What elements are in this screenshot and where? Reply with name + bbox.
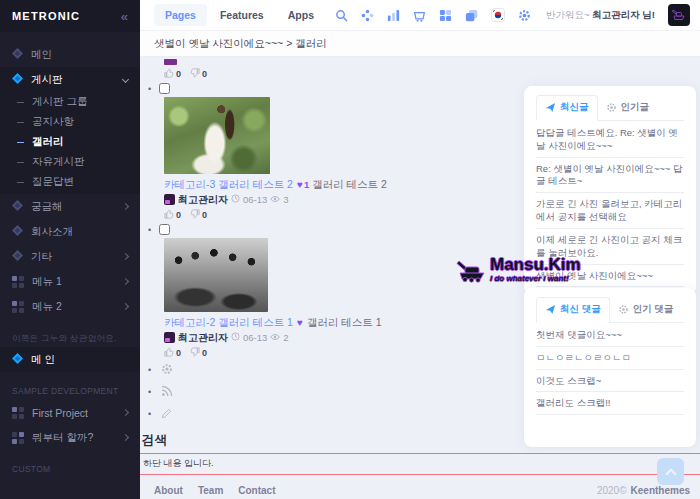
clock-icon bbox=[231, 194, 240, 205]
post-thumbnail[interactable] bbox=[164, 97, 270, 174]
footer-link-team[interactable]: Team bbox=[198, 485, 223, 496]
send-icon bbox=[545, 102, 556, 113]
korean-flag-icon[interactable] bbox=[491, 8, 505, 22]
sidebar-item-label: 게시판 그룹 bbox=[32, 95, 87, 109]
sidebar-item-board[interactable]: 게시판 bbox=[0, 67, 140, 92]
author-avatar bbox=[164, 194, 175, 205]
dislike-count: 0 bbox=[202, 69, 207, 79]
post-votes: 0 0 bbox=[164, 347, 522, 358]
tab-apps[interactable]: Apps bbox=[277, 4, 325, 26]
copyright-year: 2020© bbox=[597, 485, 627, 496]
sidebar-item-label: 질문답변 bbox=[32, 175, 74, 189]
dislike-count: 0 bbox=[202, 210, 207, 220]
list-item[interactable]: 첫번재 댓글이요~~~ bbox=[536, 324, 684, 347]
tank-icon bbox=[455, 257, 489, 283]
tab-pages[interactable]: Pages bbox=[154, 4, 207, 26]
tab-latest-posts[interactable]: 최신글 bbox=[536, 95, 598, 121]
sidebar-item-curious[interactable]: 궁금해 bbox=[0, 194, 140, 219]
sidebar-item-label: 갤러리 bbox=[32, 135, 64, 149]
post-author[interactable]: 최고관리자 bbox=[178, 193, 228, 207]
dash-icon bbox=[17, 102, 24, 103]
chart-bar-icon[interactable] bbox=[387, 9, 400, 22]
quick-actions-icon[interactable] bbox=[361, 9, 374, 22]
post-thumbnail[interactable] bbox=[164, 238, 268, 312]
sidebar-item-main[interactable]: 메인 bbox=[0, 42, 140, 67]
sidebar-brand: METRONIC « bbox=[0, 0, 140, 32]
like-count: 0 bbox=[176, 69, 181, 79]
post-author[interactable]: 최고관리자 bbox=[178, 331, 228, 345]
thumb-down-icon bbox=[190, 209, 200, 221]
previous-post-thumbnail[interactable] bbox=[164, 59, 177, 65]
sidebar-item-qna[interactable]: 질문답변 bbox=[0, 172, 140, 192]
thumb-up-icon bbox=[164, 209, 174, 221]
sidebar-item-label: 뭐부터 할까? bbox=[32, 431, 119, 445]
chevron-down-icon bbox=[122, 76, 129, 83]
cart-icon[interactable] bbox=[413, 9, 426, 22]
clock-icon bbox=[231, 332, 240, 343]
tab-popular-posts[interactable]: 인기글 bbox=[598, 95, 658, 120]
list-item[interactable]: 가로로 긴 사진 올려보고, 카테고리에서 공지를 선택해요 bbox=[536, 193, 684, 229]
sidebar-item-notice[interactable]: 공지사항 bbox=[0, 112, 140, 132]
sidebar-item-first-project[interactable]: First Project bbox=[0, 400, 140, 425]
list-item[interactable]: ㅁㄴㅇㄹㄴㅇㄹㅇㄴㅁ bbox=[536, 347, 684, 370]
list-item[interactable]: Re: 샛별이 옛날 사진이에요~~~ 답글 테스트~ bbox=[536, 158, 684, 194]
post-category-link[interactable]: 카테고리-3 갤러리 테스트 2 bbox=[164, 178, 293, 192]
grid-panel-icon[interactable] bbox=[439, 9, 452, 22]
thumb-up-icon bbox=[164, 347, 174, 359]
badge-icon bbox=[606, 102, 617, 113]
brand-logo: METRONIC bbox=[12, 10, 80, 22]
chevron-right-icon bbox=[122, 278, 129, 285]
sidebar-item-what-first[interactable]: 뭐부터 할까? bbox=[0, 425, 140, 450]
list-item[interactable]: 답답글 테스트예요. Re: 샛별이 옛날 사진이에요~~~ bbox=[536, 122, 684, 158]
list-item[interactable]: 이것도 스크랩~ bbox=[536, 370, 684, 393]
sidebar-item-about[interactable]: 회사소개 bbox=[0, 219, 140, 244]
footer-link-contact[interactable]: Contact bbox=[238, 485, 275, 496]
view-count: 2 bbox=[283, 332, 288, 343]
scroll-top-button[interactable] bbox=[657, 458, 684, 485]
sidebar-item-label: 메뉴 2 bbox=[32, 300, 119, 314]
sidebar-section-label: CUSTOM bbox=[0, 464, 140, 478]
sidebar-item-label: 회사소개 bbox=[31, 225, 128, 239]
tab-label: 최신글 bbox=[560, 101, 589, 114]
post-category-link[interactable]: 카테고리-2 갤러리 테스트 1 bbox=[164, 316, 293, 330]
user-avatar[interactable] bbox=[668, 4, 690, 26]
dislike-count: 0 bbox=[202, 348, 207, 358]
post-date: 06-13 bbox=[243, 194, 267, 205]
rss-icon[interactable] bbox=[161, 383, 173, 401]
list-item-admin bbox=[142, 360, 522, 380]
sidebar-item-etc[interactable]: 기타 bbox=[0, 244, 140, 269]
pencil-icon[interactable] bbox=[161, 405, 172, 423]
sidebar-item-label: 자유게시판 bbox=[32, 155, 85, 169]
layers-icon[interactable] bbox=[465, 9, 478, 22]
search-icon[interactable] bbox=[335, 9, 348, 22]
gear-icon[interactable] bbox=[161, 361, 173, 379]
settings-gear-icon[interactable] bbox=[518, 9, 531, 22]
tab-popular-comments[interactable]: 인기 댓글 bbox=[610, 297, 682, 322]
sidebar-item-free-board[interactable]: 자유게시판 bbox=[0, 152, 140, 172]
bottom-notice: 하단 내용 입니다. bbox=[140, 453, 700, 475]
footer-brand-link[interactable]: Keenthemes bbox=[631, 485, 690, 496]
diamond-icon bbox=[12, 200, 23, 213]
sidebar-item-board-group[interactable]: 게시판 그룹 bbox=[0, 92, 140, 112]
post-meta: 최고관리자 06-13 3 bbox=[164, 193, 522, 206]
post-checkbox[interactable] bbox=[159, 224, 170, 235]
sidebar-item-menu2[interactable]: 메뉴 2 bbox=[0, 294, 140, 319]
list-item[interactable]: 갤러리도 스크랩!! bbox=[536, 392, 684, 415]
footer-link-about[interactable]: About bbox=[154, 485, 183, 496]
post-checkbox[interactable] bbox=[159, 83, 170, 94]
tab-latest-comments[interactable]: 최신 댓글 bbox=[536, 297, 610, 323]
username-text: 최고관리자 님! bbox=[592, 9, 655, 20]
post-title[interactable]: 갤러리 테스트 2 bbox=[312, 178, 387, 192]
tab-features[interactable]: Features bbox=[209, 4, 275, 26]
sidebar-collapse-icon[interactable]: « bbox=[121, 10, 128, 23]
footer: About Team Contact 2020© Keenthemes bbox=[140, 475, 700, 499]
post-votes: 0 0 bbox=[164, 209, 522, 220]
sidebar-item-gallery[interactable]: 갤러리 bbox=[0, 132, 140, 152]
sidebar-item-main2[interactable]: 메 인 bbox=[0, 347, 140, 372]
header-tabs: Pages Features Apps bbox=[154, 4, 325, 26]
tab-label: 인기글 bbox=[621, 101, 650, 114]
like-count: 0 bbox=[176, 210, 181, 220]
user-greeting[interactable]: 반가워요~ 최고관리자 님! bbox=[546, 9, 655, 22]
sidebar-item-menu1[interactable]: 메뉴 1 bbox=[0, 269, 140, 294]
post-title[interactable]: 갤러리 테스트 1 bbox=[307, 316, 382, 330]
